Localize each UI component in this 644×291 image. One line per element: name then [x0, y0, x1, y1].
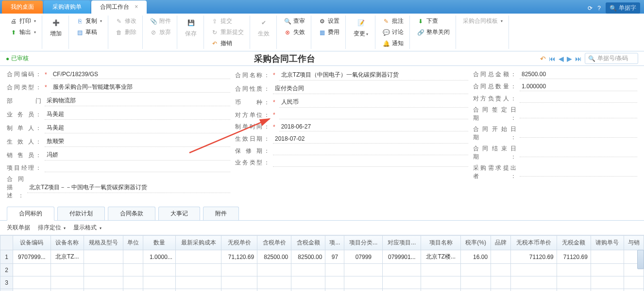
cell[interactable]	[491, 276, 511, 289]
cell[interactable]	[257, 276, 291, 289]
cell[interactable]	[123, 250, 143, 264]
cell[interactable]	[511, 289, 557, 291]
copy-button[interactable]: ⎘复制▾	[73, 16, 105, 27]
sort-locate-button[interactable]: 排序定位 ▾	[38, 224, 66, 232]
cell[interactable]: 北京TZ楼...	[421, 250, 461, 264]
cell[interactable]: 07999	[344, 250, 383, 264]
cell[interactable]: 71,120.69	[221, 250, 257, 264]
dtab-payment[interactable]: 付款计划	[57, 207, 105, 220]
col-header[interactable]: 设备编码	[13, 236, 51, 250]
cell[interactable]	[84, 276, 123, 289]
cell[interactable]: 1.0000...	[143, 250, 175, 264]
col-header[interactable]: 无税金额	[557, 236, 591, 250]
cell[interactable]	[591, 250, 624, 264]
cell[interactable]	[84, 250, 123, 264]
table-row[interactable]: 19707999...北京TZ...1.0000...71,120.698250…	[0, 250, 644, 264]
dtab-attach[interactable]: 附件	[203, 207, 239, 220]
col-header[interactable]: 含税金额	[291, 236, 325, 250]
cell[interactable]	[383, 289, 421, 291]
cell[interactable]	[383, 276, 421, 289]
col-header[interactable]: 项...	[325, 236, 344, 250]
field-maker[interactable]: 马美超	[45, 123, 230, 133]
cell[interactable]	[461, 276, 491, 289]
cell[interactable]: 0799901...	[383, 250, 421, 264]
dtab-terms[interactable]: 合同条款	[108, 207, 155, 220]
cell[interactable]	[557, 276, 591, 289]
cell[interactable]	[325, 276, 344, 289]
discuss-button[interactable]: 💬讨论	[379, 27, 407, 38]
add-button[interactable]: ➕增加	[46, 16, 66, 40]
cell[interactable]	[291, 264, 325, 276]
cell[interactable]	[421, 276, 461, 289]
field-eff-date[interactable]: 2018-07-02	[273, 134, 468, 144]
barcode-search[interactable]: 🔍 单据号/条码	[585, 53, 638, 64]
col-header[interactable]: 项目名称	[421, 236, 461, 250]
col-header[interactable]: 品牌	[491, 236, 511, 250]
cell[interactable]	[461, 264, 491, 276]
draft-button[interactable]: ▤草稿	[73, 27, 100, 38]
cell[interactable]: 82500.00	[291, 250, 325, 264]
cell[interactable]	[511, 264, 557, 276]
col-header[interactable]: 无税单价	[221, 236, 257, 250]
scrollbar-thumb[interactable]	[637, 250, 644, 269]
cell[interactable]	[221, 264, 257, 276]
field-effector[interactable]: 敖顺荣	[45, 136, 230, 147]
change-button[interactable]: 📝变更▾	[350, 16, 372, 40]
field-start-date[interactable]	[520, 129, 637, 138]
cell[interactable]	[175, 276, 221, 289]
field-nature[interactable]: 应付类合同	[273, 83, 468, 94]
tab-desktop[interactable]: 我的桌面	[2, 0, 43, 14]
field-name[interactable]: 北京TZ项目（中国电子）一氧化碳探测器订货	[279, 70, 468, 81]
cell[interactable]	[291, 276, 325, 289]
field-partner[interactable]	[279, 111, 468, 119]
cell[interactable]	[325, 289, 344, 291]
notify-button[interactable]: 🔔通知	[379, 38, 407, 49]
cell[interactable]	[13, 289, 51, 291]
help-icon[interactable]: ?	[597, 5, 601, 12]
cell[interactable]	[175, 264, 221, 276]
cell[interactable]	[591, 264, 624, 276]
cell[interactable]: 9707999...	[13, 250, 51, 264]
refresh-icon[interactable]: ⟳	[588, 5, 593, 12]
cell[interactable]: 82500.00	[257, 250, 291, 264]
field-seller[interactable]: 冯娇	[45, 150, 230, 161]
table-row[interactable]: 4	[0, 289, 644, 291]
field-contract-no[interactable]: CF/PC/18239/GS	[51, 70, 230, 79]
cell[interactable]	[51, 289, 84, 291]
output-button[interactable]: ⬆输出▾	[7, 27, 39, 38]
cell[interactable]	[123, 276, 143, 289]
last-icon[interactable]: ⏭	[575, 55, 582, 63]
cell[interactable]: 71120.69	[557, 250, 591, 264]
cell[interactable]	[624, 276, 644, 289]
cell[interactable]	[557, 289, 591, 291]
field-partner-person[interactable]	[520, 94, 637, 103]
cell[interactable]	[143, 276, 175, 289]
cell[interactable]	[84, 289, 123, 291]
field-desc[interactable]: 北京TZ项目－－中国电子一氧货碳探测器订货	[27, 182, 230, 193]
col-header[interactable]: 单位	[123, 236, 143, 250]
cell[interactable]	[557, 264, 591, 276]
table-row[interactable]: 3	[0, 276, 644, 289]
col-header[interactable]: 请购单号	[591, 236, 624, 250]
cell[interactable]	[123, 264, 143, 276]
cell[interactable]	[325, 264, 344, 276]
cell[interactable]: 71120.69	[511, 250, 557, 264]
field-warranty[interactable]	[273, 146, 468, 155]
cell[interactable]	[291, 289, 325, 291]
cell[interactable]	[51, 264, 84, 276]
cell[interactable]	[143, 289, 175, 291]
display-format-button[interactable]: 显示格式 ▾	[73, 224, 101, 232]
field-dept[interactable]: 采购物流部	[45, 96, 230, 106]
field-end-date[interactable]	[520, 148, 637, 157]
cell[interactable]	[461, 289, 491, 291]
table-row[interactable]: 2	[0, 264, 644, 276]
cell[interactable]: 北京TZ...	[51, 250, 84, 264]
col-header[interactable]: 税率(%)	[461, 236, 491, 250]
col-header[interactable]: 最新采购成本	[175, 236, 221, 250]
print-button[interactable]: 🖨打印▾	[7, 16, 39, 27]
undo-icon[interactable]: ↶	[540, 55, 546, 63]
field-total-amt[interactable]: 82500.00	[520, 70, 637, 79]
related-docs-button[interactable]: 关联单据	[7, 224, 30, 232]
col-header[interactable]: 项目分类...	[344, 236, 383, 250]
revoke-button[interactable]: ↶撤销	[208, 38, 235, 49]
